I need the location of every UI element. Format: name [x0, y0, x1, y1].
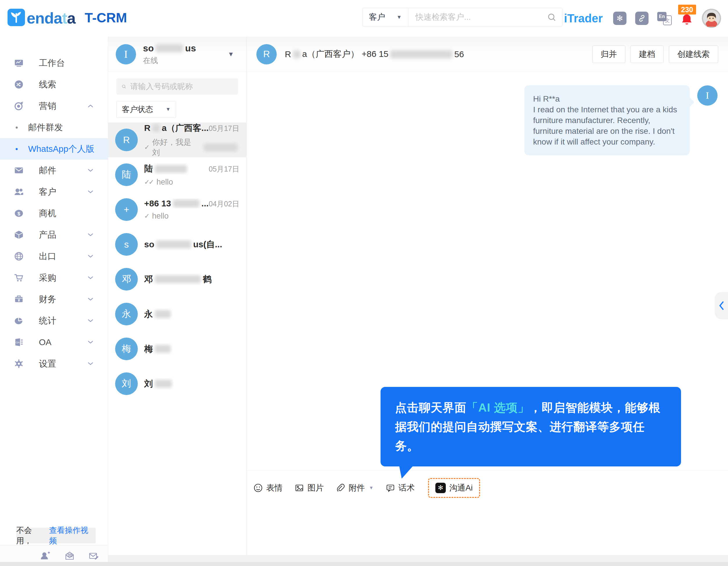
sidebar-item-email-campaign[interactable]: 邮件群发	[0, 117, 108, 138]
collapse-panel-button[interactable]	[715, 292, 728, 319]
oa-document-icon: OA	[13, 337, 24, 348]
ai-chat-button[interactable]: ✻ 沟通Ai	[428, 478, 480, 498]
search-category-dropdown[interactable]: 客户 ▼	[363, 8, 408, 26]
gear-icon	[13, 359, 24, 369]
chevron-down-icon	[88, 190, 93, 193]
svg-text:¥: ¥	[18, 298, 20, 303]
contact-item[interactable]: s sous(自...	[108, 227, 246, 262]
notifications-bell[interactable]: 230	[680, 13, 693, 27]
merge-button[interactable]: 归并	[592, 46, 625, 63]
dollar-icon: $	[13, 208, 24, 218]
contact-avatar: +	[115, 198, 138, 221]
app-window: endata T-CRM 客户 ▼ iTrader ✻ En 文	[0, 0, 728, 566]
sidebar-item-marketing[interactable]: 营销	[0, 95, 108, 117]
contact-item[interactable]: R Ra（广西客... 05月17日 ✓你好，我是刘	[108, 122, 246, 157]
paperclip-icon	[336, 483, 345, 493]
dashboard-icon	[13, 58, 24, 68]
contact-item[interactable]: 永 永	[108, 297, 246, 332]
link-icon[interactable]	[635, 12, 649, 25]
contact-item[interactable]: 梅 梅	[108, 332, 246, 366]
compose-mail-icon[interactable]	[89, 551, 99, 561]
contact-item[interactable]: + +86 13... 04月02日 ✓hello	[108, 192, 246, 227]
account-menu-caret[interactable]: ▼	[228, 50, 234, 58]
contact-search-input[interactable]	[130, 82, 233, 91]
contacts-panel: I sous 在线 ▼ 客户状态 ▼ R Ra（广西客... 05月17日	[108, 37, 247, 566]
chevron-down-icon	[88, 233, 93, 236]
sidebar-item-opportunities[interactable]: $ 商机	[0, 202, 108, 224]
watch-tutorial-link[interactable]: 查看操作视频	[49, 525, 96, 546]
peer-avatar: R	[256, 44, 277, 64]
translate-icon[interactable]: En 文	[657, 11, 672, 25]
last-message-date: 05月17日	[209, 164, 239, 174]
last-message-preview: hello	[157, 178, 173, 187]
attachment-button[interactable]: 附件 ▼	[336, 482, 374, 493]
chevron-down-icon: ▼	[369, 485, 374, 491]
chevron-down-icon	[88, 254, 93, 258]
chat-actions: 归并 建档 创建线索	[592, 46, 718, 63]
sidebar-item-whatsapp-personal[interactable]: WhatsApp个人版	[0, 138, 108, 160]
app-logo[interactable]: endata T-CRM	[8, 9, 127, 26]
tendata-logo-icon	[8, 9, 25, 26]
ai-feature-tooltip: 点击聊天界面「AI 选项」，即启智能模块，能够根据我们的提问自动撰写文案、进行翻…	[381, 387, 681, 467]
redacted-text	[293, 50, 300, 58]
archive-button[interactable]: 建档	[631, 46, 664, 63]
chat-message-bubble: Hi R**a I read on the Internet that you …	[524, 85, 690, 155]
create-lead-button[interactable]: 创建线索	[669, 46, 718, 63]
sidebar-item-leads[interactable]: 线索	[0, 74, 108, 95]
last-message-date: 04月02日	[209, 199, 239, 209]
online-status: 在线	[143, 55, 196, 66]
leads-icon	[13, 79, 24, 90]
sent-check-icon: ✓	[144, 212, 149, 220]
chevron-down-icon	[88, 341, 93, 344]
people-icon	[13, 187, 24, 197]
contact-item[interactable]: 陆 陆 05月17日 ✓✓hello	[108, 157, 246, 192]
sidebar-item-procurement[interactable]: 采购	[0, 267, 108, 289]
customer-status-filter[interactable]: 客户状态 ▼	[116, 101, 176, 118]
account-identity: sous 在线	[143, 43, 196, 66]
contact-item[interactable]: 刘 刘	[108, 366, 246, 401]
sidebar-item-customers[interactable]: 客户	[0, 181, 108, 202]
contact-item[interactable]: 邓 邓鹤	[108, 262, 246, 297]
chat-composer: 表情 图片 附件 ▼ 话术 ✻ 沟通Ai	[247, 470, 728, 566]
chevron-down-icon	[88, 169, 93, 172]
scripts-button[interactable]: 话术	[386, 482, 415, 493]
account-avatar[interactable]: I	[116, 44, 136, 64]
message-greeting: Hi R**a	[533, 93, 681, 104]
target-icon	[13, 101, 24, 111]
chat-header: R Ra（广西客户） +86 1556 归并 建档 创建线索	[247, 37, 728, 72]
message-row: Hi R**a I read on the Internet that you …	[524, 85, 718, 155]
chevron-down-icon	[88, 276, 93, 279]
chevron-down-icon: ▼	[166, 106, 171, 112]
sidebar-item-finance[interactable]: ¥ 财务	[0, 289, 108, 310]
sidebar-item-workbench[interactable]: 工作台	[0, 52, 108, 74]
itrader-brand: iTrader	[564, 12, 603, 25]
user-avatar[interactable]	[702, 9, 721, 28]
contact-avatar: 陆	[115, 163, 138, 186]
add-contact-icon[interactable]	[40, 551, 50, 561]
chat-panel: R Ra（广西客户） +86 1556 归并 建档 创建线索 Hi R**a I…	[247, 37, 728, 566]
inbox-icon[interactable]	[64, 551, 75, 561]
image-button[interactable]: 图片	[295, 482, 324, 493]
sidebar-item-settings[interactable]: 设置	[0, 353, 108, 375]
emoji-button[interactable]: 表情	[253, 482, 282, 493]
redacted-text	[204, 143, 238, 151]
bullet-dot-icon	[16, 126, 18, 129]
sidebar-item-export[interactable]: 出口	[0, 245, 108, 267]
mail-icon	[13, 165, 24, 176]
chevron-up-icon	[88, 104, 93, 108]
briefcase-yen-icon: ¥	[13, 294, 24, 305]
delivered-check-icon: ✓✓	[144, 178, 153, 186]
sidebar-item-oa[interactable]: OA OA	[0, 332, 108, 353]
ai-assistant-icon[interactable]: ✻	[613, 12, 626, 25]
sidebar-item-products[interactable]: 产品	[0, 224, 108, 245]
sidebar-item-statistics[interactable]: 统计	[0, 310, 108, 332]
search-icon[interactable]	[547, 12, 556, 22]
cart-icon	[13, 272, 24, 283]
svg-text:OA: OA	[16, 341, 20, 344]
globe-icon	[13, 251, 24, 261]
sidebar-item-mail[interactable]: 邮件	[0, 160, 108, 181]
chevron-down-icon: ▼	[396, 14, 402, 20]
global-search-input[interactable]	[408, 8, 547, 26]
redacted-text	[155, 345, 171, 353]
message-sender-avatar: I	[697, 85, 718, 106]
